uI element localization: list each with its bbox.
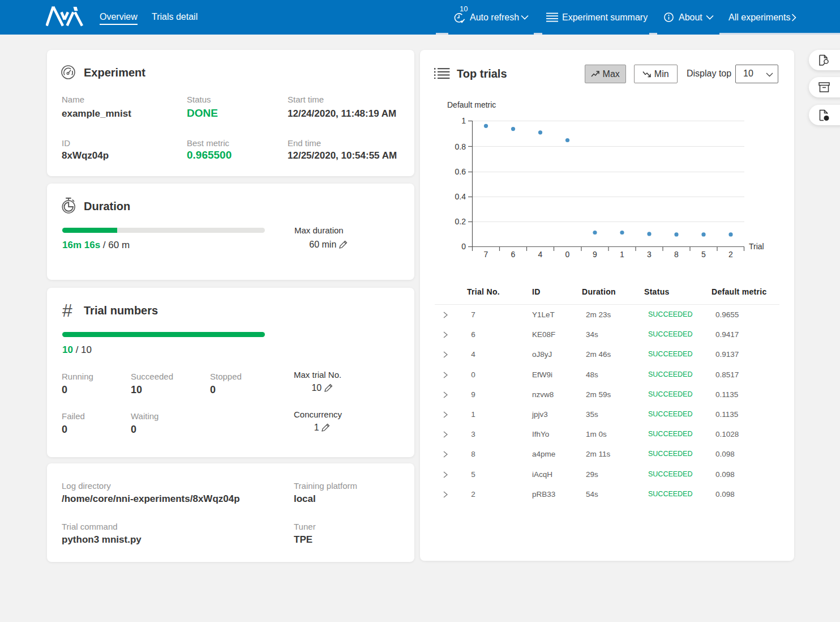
svg-text:0.2: 0.2: [455, 217, 466, 226]
svg-text:0.4: 0.4: [455, 192, 466, 201]
svg-text:0.6: 0.6: [455, 167, 466, 176]
svg-text:9: 9: [593, 250, 597, 259]
svg-text:1: 1: [620, 250, 624, 259]
svg-text:7: 7: [484, 250, 488, 259]
svg-text:0: 0: [565, 250, 570, 259]
svg-text:Trial: Trial: [749, 242, 764, 251]
svg-text:0: 0: [461, 242, 466, 251]
svg-text:5: 5: [701, 250, 706, 259]
svg-text:4: 4: [538, 250, 543, 259]
svg-text:8: 8: [674, 250, 679, 259]
svg-text:6: 6: [511, 250, 516, 259]
svg-text:2: 2: [728, 250, 733, 259]
svg-text:1: 1: [461, 116, 466, 125]
svg-text:0.8: 0.8: [455, 142, 466, 151]
svg-text:3: 3: [647, 250, 652, 259]
svg-text:Default metric: Default metric: [447, 100, 496, 109]
